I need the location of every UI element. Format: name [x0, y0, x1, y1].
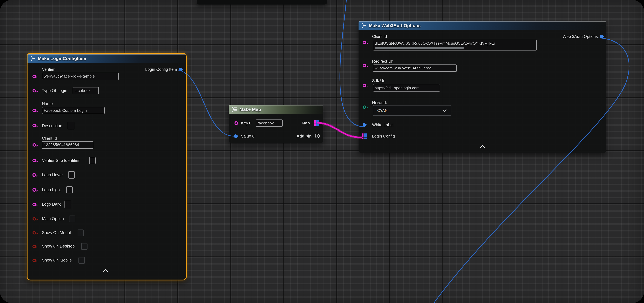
output-row-web3auth-options: Web 3Auth Options — [563, 33, 603, 40]
verifier-sub-identifier-pin[interactable] — [32, 159, 36, 162]
clipped-node-top[interactable] — [197, 0, 327, 4]
name-label: Name — [42, 101, 53, 107]
type-of-login-input-value: facebook — [73, 88, 92, 93]
type-of-login-input[interactable]: facebook — [72, 87, 99, 94]
map-output-label: Map — [302, 120, 310, 126]
verifier-sub-identifier-label: Verifier Sub Identifier — [42, 157, 80, 164]
map-pin-value-cell — [316, 122, 319, 124]
node-make-web3authoptions[interactable]: Make Web3AuthOptions Web 3Auth Options C… — [358, 21, 606, 153]
white-label-pin[interactable] — [362, 123, 366, 127]
client-id-label: Client Id — [372, 33, 387, 40]
redirect-url-input-value: w3a://com.w3a.Web3AuthUnreal — [373, 66, 434, 70]
logo-light-label: Logo Light — [42, 186, 61, 193]
map-pin-value-cell — [364, 135, 367, 137]
map-pin-value-cell — [316, 124, 319, 126]
node-title: Make Map — [240, 107, 261, 112]
show-on-modal-pin[interactable] — [32, 231, 36, 234]
white-label-label: White Label — [372, 122, 394, 128]
client-id-horizontal-scrollbar[interactable] — [374, 47, 464, 49]
wire-map-to-login-config-glow — [316, 123, 362, 138]
name-input-value: Facebook Custom Login — [42, 108, 88, 113]
output-pin-label: Web 3Auth Options — [563, 33, 598, 40]
verifier-label: Verifier — [42, 66, 54, 72]
logo-dark-input[interactable] — [64, 201, 71, 208]
logo-light-input[interactable] — [66, 186, 73, 194]
node-header[interactable]: Make LoginConfigItem — [28, 54, 186, 63]
name-input[interactable]: Facebook Custom Login — [42, 107, 105, 114]
client-id-input-value: 1222658941886084 — [42, 143, 80, 147]
logo-dark-pin[interactable] — [32, 203, 36, 206]
make-struct-icon — [30, 56, 36, 61]
description-input[interactable] — [68, 122, 74, 129]
zoom-layer: Make LoginConfigItem Login Config Item V… — [0, 0, 644, 303]
add-pin-plus-icon[interactable] — [315, 134, 320, 138]
main-option-pin[interactable] — [32, 217, 36, 221]
main-option-checkbox[interactable] — [69, 216, 75, 222]
map-pin-key-cell — [362, 135, 364, 137]
network-dropdown-value: CYAN — [377, 108, 388, 112]
make-map-icon — [231, 107, 237, 112]
key-0-pin[interactable] — [234, 122, 238, 125]
collapse-node-chevron-up-icon[interactable] — [480, 145, 485, 148]
map-pin-value-cell — [364, 133, 367, 135]
main-option-label: Main Option — [42, 216, 64, 222]
redirect-url-pin[interactable] — [362, 64, 366, 67]
redirect-url-input[interactable]: w3a://com.w3a.Web3AuthUnreal — [373, 64, 457, 72]
login-config-item-output-pin[interactable] — [179, 68, 182, 71]
show-on-mobile-label: Show On Mobile — [42, 257, 72, 264]
node-header[interactable]: Make Map — [229, 104, 323, 114]
sdk-url-input[interactable]: https://sdk.openlogin.com — [373, 84, 440, 92]
node-make-loginconfigitem[interactable]: Make LoginConfigItem Login Config Item V… — [26, 53, 187, 280]
client-id-input-value: BEglQSgt4cUWcj6SKRdu5QkOXTsePmMcusG5EAoy… — [373, 40, 496, 46]
logo-light-pin[interactable] — [32, 188, 36, 192]
map-pin-key-cell — [314, 120, 316, 122]
type-of-login-pin[interactable] — [32, 89, 36, 92]
redirect-url-label: Redirect Url — [372, 58, 394, 65]
web3auth-options-output-pin[interactable] — [600, 35, 603, 38]
logo-hover-pin[interactable] — [32, 173, 36, 177]
key-0-input[interactable]: facebook — [256, 119, 282, 127]
add-pin-label: Add pin — [296, 133, 312, 139]
map-pin-key-cell — [362, 133, 364, 135]
name-pin[interactable] — [32, 109, 36, 112]
show-on-desktop-pin[interactable] — [32, 245, 36, 248]
description-pin[interactable] — [32, 124, 36, 127]
collapse-node-chevron-up-icon[interactable] — [102, 269, 108, 272]
verifier-input-value: web3auth-facebook-example — [42, 74, 96, 78]
client-id-input[interactable]: BEglQSgt4cUWcj6SKRdu5QkOXTsePmMcusG5EAoy… — [373, 40, 536, 50]
show-on-mobile-checkbox[interactable] — [78, 257, 85, 264]
description-label: Description — [42, 122, 62, 129]
client-id-pin[interactable] — [362, 41, 366, 44]
logo-hover-input[interactable] — [68, 171, 75, 178]
client-id-pin[interactable] — [32, 143, 36, 147]
logo-dark-label: Logo Dark — [42, 201, 61, 208]
sdk-url-pin[interactable] — [362, 84, 366, 87]
map-pin-key-cell — [362, 137, 364, 139]
node-title: Make LoginConfigItem — [38, 56, 86, 61]
verifier-sub-identifier-input[interactable] — [89, 157, 96, 164]
network-dropdown[interactable]: CYAN — [373, 105, 451, 116]
map-output-pin[interactable] — [314, 120, 319, 126]
value-0-label: Value 0 — [241, 133, 255, 139]
value-0-pin[interactable] — [234, 134, 237, 138]
show-on-desktop-checkbox[interactable] — [81, 243, 87, 250]
node-title: Make Web3AuthOptions — [369, 23, 420, 28]
client-id-label: Client Id — [42, 135, 57, 142]
login-config-pin[interactable] — [362, 133, 367, 140]
client-id-input[interactable]: 1222658941886084 — [42, 141, 93, 149]
verifier-pin[interactable] — [32, 75, 36, 78]
screenshot-stage: Make LoginConfigItem Login Config Item V… — [0, 0, 644, 303]
key-0-input-value: facebook — [256, 121, 275, 125]
show-on-modal-checkbox[interactable] — [78, 230, 84, 236]
type-of-login-label: Type Of Login — [42, 88, 67, 94]
blueprint-graph-canvas[interactable]: Make LoginConfigItem Login Config Item V… — [0, 0, 644, 303]
sdk-url-label: Sdk Url — [372, 78, 386, 84]
sdk-url-input-value: https://sdk.openlogin.com — [373, 86, 421, 90]
node-header[interactable]: Make Web3AuthOptions — [358, 21, 606, 30]
network-pin[interactable] — [362, 105, 366, 109]
verifier-input[interactable]: web3auth-facebook-example — [42, 72, 118, 80]
show-on-mobile-pin[interactable] — [32, 259, 36, 262]
wire-map-to-login-config[interactable] — [316, 123, 362, 138]
node-make-map[interactable]: Make Map Key 0 facebook Map Value 0 Add … — [229, 104, 323, 143]
node-body: Make LoginConfigItem Login Config Item V… — [28, 54, 186, 280]
